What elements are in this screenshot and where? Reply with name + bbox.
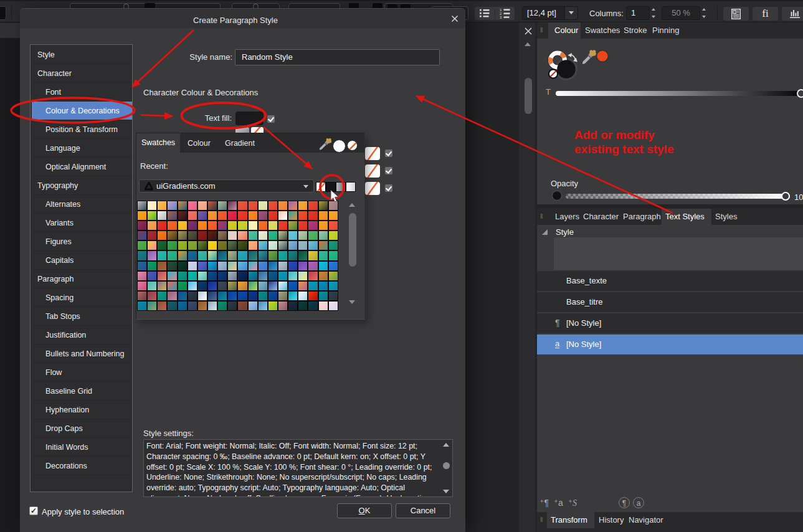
svg-text:T: T (733, 10, 735, 13)
svg-text:3: 3 (500, 16, 502, 19)
